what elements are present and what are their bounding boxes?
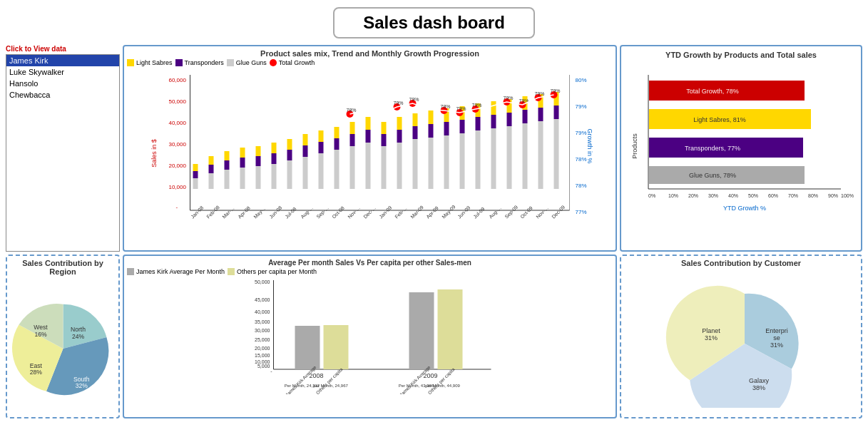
name-item-1[interactable]: Luke Skywalker <box>6 66 119 78</box>
svg-text:Total Growth, 78%: Total Growth, 78% <box>686 88 739 95</box>
svg-text:Growth in %: Growth in % <box>586 128 593 163</box>
svg-text:Light Sabres, 81%: Light Sabres, 81% <box>693 116 746 123</box>
svg-rect-42 <box>319 153 324 189</box>
svg-text:40,000: 40,000 <box>169 120 187 126</box>
svg-text:50%: 50% <box>748 193 758 198</box>
svg-text:Enterpri: Enterpri <box>765 327 788 334</box>
avgmonth-chart: Average Per month Sales Vs Per capita pe… <box>123 255 617 418</box>
svg-rect-34 <box>272 153 277 164</box>
svg-text:45,000: 45,000 <box>255 297 270 302</box>
svg-text:79%: 79% <box>504 96 514 101</box>
svg-text:Sales in $: Sales in $ <box>150 139 158 168</box>
svg-text:50,000: 50,000 <box>169 98 187 105</box>
svg-rect-77 <box>491 101 496 115</box>
svg-text:78%: 78% <box>441 104 451 109</box>
name-item-3[interactable]: Chewbacca <box>6 89 119 101</box>
legend-totalgrowth-icon <box>270 59 277 66</box>
svg-text:30%: 30% <box>708 193 718 198</box>
name-item-2[interactable]: Hansolo <box>6 78 119 89</box>
customer-chart-title: Sales Contribution by Customer <box>624 259 858 267</box>
svg-rect-37 <box>287 150 292 160</box>
svg-text:70%: 70% <box>788 193 798 198</box>
svg-text:31%: 31% <box>770 341 783 349</box>
legend-glueguns-icon <box>227 59 234 66</box>
svg-text:Apr-08: Apr-08 <box>237 205 252 220</box>
svg-rect-85 <box>538 108 543 121</box>
svg-rect-54 <box>382 146 387 189</box>
svg-text:May-09: May-09 <box>441 204 456 220</box>
svg-rect-79 <box>507 113 512 126</box>
main-chart-legend: Light Sabres Transponders Glue Guns Tota… <box>127 59 613 66</box>
svg-text:-: - <box>270 369 272 374</box>
svg-rect-81 <box>523 123 528 189</box>
svg-text:Mar-...: Mar-... <box>221 205 235 219</box>
avgmonth-legend: James Kirk Average Per Month Others per … <box>127 268 613 275</box>
svg-text:79%: 79% <box>472 103 482 108</box>
svg-text:per Month, 44,909: per Month, 44,909 <box>425 384 460 388</box>
svg-rect-20 <box>193 164 198 171</box>
svg-rect-78 <box>507 126 512 189</box>
svg-rect-66 <box>444 135 449 189</box>
svg-text:78%: 78% <box>347 108 357 113</box>
svg-text:28%: 28% <box>30 369 43 376</box>
main-chart: Product sales mix, Trend and Monthly Gro… <box>123 45 617 252</box>
svg-text:Glue Guns, 78%: Glue Guns, 78% <box>689 172 736 179</box>
svg-text:Oct-09: Oct-09 <box>519 205 533 220</box>
svg-text:Feb-08: Feb-08 <box>205 205 220 220</box>
svg-rect-62 <box>413 113 418 126</box>
page-title-container: Sales dash board <box>0 0 868 42</box>
name-item-0[interactable]: James Kirk <box>6 55 119 66</box>
svg-text:Aug-...: Aug-... <box>300 205 314 220</box>
svg-rect-72 <box>476 130 481 189</box>
ytd-chart-svg: Products Total Growth, 78% Light Sabres,… <box>626 61 857 232</box>
click-view-data[interactable]: Click to View data <box>6 45 120 53</box>
svg-text:16%: 16% <box>34 331 47 338</box>
customer-chart-svg: Enterpri se 31% Galaxy 38% Planet 31% <box>624 269 858 408</box>
svg-text:79%: 79% <box>456 106 466 111</box>
svg-text:79%: 79% <box>535 91 545 96</box>
svg-rect-22 <box>209 165 214 173</box>
legend-transponders: Transponders <box>175 59 224 66</box>
svg-text:YTD Growth %: YTD Growth % <box>723 205 766 212</box>
name-list[interactable]: James Kirk Luke Skywalker Hansolo Chewba… <box>6 54 120 252</box>
svg-rect-51 <box>366 143 371 189</box>
page-title-box: Sales dash board <box>333 7 535 38</box>
main-chart-svg: 60,000 50,000 40,000 30,000 20,000 10,00… <box>127 68 613 225</box>
svg-rect-63 <box>429 138 434 189</box>
left-panel: Click to View data James Kirk Luke Skywa… <box>6 45 120 252</box>
svg-rect-29 <box>240 148 245 158</box>
svg-rect-25 <box>225 160 230 170</box>
svg-text:78%: 78% <box>576 156 587 163</box>
svg-rect-50 <box>350 122 355 134</box>
main-chart-title: Product sales mix, Trend and Monthly Gro… <box>127 49 613 58</box>
svg-text:25,000: 25,000 <box>255 337 270 342</box>
svg-text:90%: 90% <box>828 193 838 198</box>
ytd-chart-title: YTD Growth by Products and Total sales <box>626 51 857 59</box>
region-chart-title: Sales Contribution by Region <box>10 259 116 276</box>
svg-text:10,000: 10,000 <box>169 184 187 190</box>
svg-text:Aug-...: Aug-... <box>488 205 502 220</box>
svg-text:Dec-09: Dec-09 <box>551 205 566 220</box>
svg-rect-44 <box>319 130 324 142</box>
svg-rect-46 <box>335 138 339 150</box>
svg-text:Jan-09: Jan-09 <box>378 205 392 220</box>
svg-rect-58 <box>397 130 402 143</box>
svg-text:20,000: 20,000 <box>255 346 270 351</box>
svg-rect-27 <box>240 168 245 189</box>
avgmonth-chart-svg: 50,000 45,000 40,000 35,000 30,000 25,00… <box>127 277 613 394</box>
svg-text:35,000: 35,000 <box>255 319 270 324</box>
svg-text:May-..: May-.. <box>252 206 266 220</box>
svg-text:79%: 79% <box>576 103 587 110</box>
svg-text:79%: 79% <box>551 88 561 93</box>
svg-text:50,000: 50,000 <box>255 279 270 284</box>
svg-text:Products: Products <box>631 133 638 159</box>
svg-rect-35 <box>272 143 277 153</box>
svg-text:East: East <box>30 362 43 369</box>
legend-jk-avg: James Kirk Average Per Month <box>127 268 225 275</box>
svg-rect-84 <box>538 121 543 189</box>
svg-text:Others per capita: Others per capita <box>315 366 344 394</box>
svg-text:Mar-09: Mar-09 <box>409 205 424 220</box>
svg-rect-76 <box>491 115 496 128</box>
svg-text:38%: 38% <box>752 384 765 391</box>
svg-rect-19 <box>193 171 198 178</box>
